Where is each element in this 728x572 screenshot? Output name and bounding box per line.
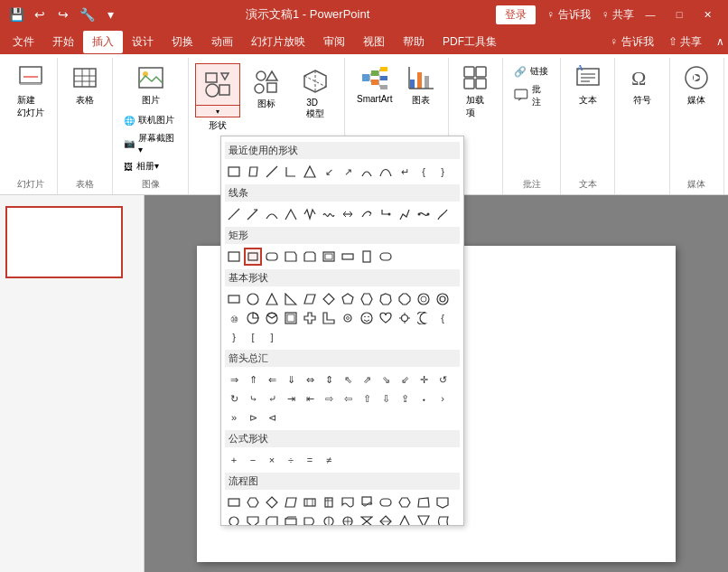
basic-donut[interactable] bbox=[434, 290, 452, 308]
arrow-ud[interactable]: ⇕ bbox=[320, 370, 338, 389]
new-slide-button[interactable]: 新建幻灯片 bbox=[11, 60, 51, 123]
shapes-top-button[interactable] bbox=[195, 63, 240, 105]
menu-home[interactable]: 开始 bbox=[43, 31, 83, 53]
basic-hexagon[interactable] bbox=[358, 290, 376, 308]
arrow-ul[interactable]: ⇖ bbox=[339, 370, 357, 389]
arrow-up[interactable]: ⇑ bbox=[244, 370, 262, 389]
tell-me-label[interactable]: ♀ 告诉我 bbox=[546, 7, 590, 23]
arrow-callout-r[interactable]: ⇨ bbox=[320, 389, 338, 408]
arrow-ribbon-l[interactable]: ⇤ bbox=[301, 389, 319, 408]
basic-pie[interactable] bbox=[244, 309, 262, 327]
rect-wide[interactable] bbox=[339, 248, 357, 266]
flow-decision[interactable] bbox=[263, 493, 281, 511]
flow-document[interactable] bbox=[339, 493, 357, 511]
flow-offpage-connector[interactable] bbox=[244, 512, 262, 525]
screenshot-button[interactable]: 📷 屏幕截图▾ bbox=[120, 130, 182, 156]
basic-heart[interactable] bbox=[377, 309, 395, 327]
flow-extract[interactable] bbox=[396, 512, 414, 525]
flow-stored-data[interactable] bbox=[434, 512, 452, 525]
flow-sequential[interactable] bbox=[320, 512, 338, 525]
rect-plain[interactable] bbox=[225, 248, 243, 266]
minimize-button[interactable]: — bbox=[638, 5, 663, 24]
shapes-dropdown-arrow[interactable]: ▾ bbox=[195, 105, 240, 117]
share-label[interactable]: ♀ 共享 bbox=[602, 7, 634, 23]
flow-or[interactable] bbox=[339, 512, 357, 525]
repair-icon[interactable]: 🔧 bbox=[78, 5, 96, 23]
dropdown-icon[interactable]: ▾ bbox=[101, 5, 119, 23]
shape-triangle[interactable] bbox=[301, 163, 319, 181]
rect-snip2[interactable] bbox=[301, 248, 319, 266]
line-arrow[interactable] bbox=[244, 205, 262, 223]
shape-line1[interactable] bbox=[263, 163, 281, 181]
flow-multidoc[interactable] bbox=[358, 493, 376, 511]
menu-design[interactable]: 设计 bbox=[123, 31, 163, 53]
line-custom1[interactable] bbox=[396, 205, 414, 223]
shape-arrow-ne[interactable]: ↗ bbox=[339, 163, 357, 181]
arrow-ur[interactable]: ⇗ bbox=[358, 370, 376, 389]
flow-delay[interactable] bbox=[301, 512, 319, 525]
line-custom2[interactable] bbox=[415, 205, 433, 223]
collapse-ribbon[interactable]: ∧ bbox=[716, 35, 724, 48]
shape-right-angle[interactable] bbox=[282, 163, 300, 181]
flow-manual[interactable] bbox=[415, 493, 433, 511]
login-button[interactable]: 登录 bbox=[496, 5, 536, 24]
basic-decagon[interactable] bbox=[415, 290, 433, 308]
basic-rtriangle[interactable] bbox=[282, 290, 300, 308]
arrow-chevron[interactable]: › bbox=[434, 389, 452, 408]
line-elbow[interactable] bbox=[282, 205, 300, 223]
chart-button[interactable]: 图表 bbox=[401, 60, 441, 110]
arrow-pentagon[interactable]: ⬩ bbox=[415, 389, 433, 408]
basic-brace[interactable]: { bbox=[434, 309, 452, 327]
flow-process[interactable] bbox=[225, 493, 243, 511]
line-custom3[interactable] bbox=[434, 205, 452, 223]
basic-gear[interactable] bbox=[339, 309, 357, 327]
menu-view[interactable]: 视图 bbox=[354, 31, 394, 53]
menu-transitions[interactable]: 切换 bbox=[163, 31, 202, 53]
arrow-notched[interactable]: ⊳ bbox=[244, 408, 262, 427]
basic-B[interactable]: ⑩ bbox=[225, 309, 243, 327]
close-button[interactable]: ✕ bbox=[695, 5, 721, 24]
menu-file[interactable]: 文件 bbox=[4, 31, 43, 53]
shape-lbrace[interactable]: { bbox=[415, 163, 433, 181]
text-button[interactable]: A 文本 bbox=[568, 60, 608, 110]
arrow-left[interactable]: ⇐ bbox=[263, 370, 281, 389]
line-squiggle[interactable] bbox=[320, 205, 338, 223]
basic-bracket[interactable]: [ bbox=[244, 328, 262, 346]
flow-sort[interactable] bbox=[377, 512, 395, 525]
line-zigzag[interactable] bbox=[301, 205, 319, 223]
basic-chord[interactable] bbox=[263, 309, 281, 327]
arrow-circular2[interactable]: ↻ bbox=[225, 389, 243, 408]
eq-equal[interactable]: = bbox=[301, 451, 319, 469]
shapes-panel-scroll[interactable]: 最近使用的形状 ↙ ↗ ↵ { } 线条 bbox=[221, 136, 463, 525]
flow-internal[interactable] bbox=[320, 493, 338, 511]
media-button[interactable]: 媒体 bbox=[677, 60, 716, 110]
maximize-button[interactable]: □ bbox=[667, 5, 692, 24]
eq-minus[interactable]: − bbox=[244, 451, 262, 469]
arrow-curved-l[interactable]: ⤶ bbox=[263, 389, 281, 408]
icons-button[interactable]: 图标 bbox=[244, 63, 289, 114]
basic-triangle[interactable] bbox=[263, 290, 281, 308]
basic-frame[interactable] bbox=[282, 309, 300, 327]
shape-parallelogram[interactable] bbox=[244, 163, 262, 181]
basic-smiley[interactable] bbox=[358, 309, 376, 327]
flow-alt[interactable] bbox=[244, 493, 262, 511]
flow-card[interactable] bbox=[263, 512, 281, 525]
album-button[interactable]: 🖼 相册▾ bbox=[120, 158, 182, 174]
menu-review[interactable]: 审阅 bbox=[314, 31, 354, 53]
flow-preparation[interactable] bbox=[396, 493, 414, 511]
flow-terminator[interactable] bbox=[377, 493, 395, 511]
smartart-button[interactable]: SmartArt bbox=[351, 60, 397, 110]
basic-diamond[interactable] bbox=[320, 290, 338, 308]
basic-rect[interactable] bbox=[225, 290, 243, 308]
online-picture-button[interactable]: 🌐 联机图片 bbox=[120, 112, 182, 128]
menu-slideshow[interactable]: 幻灯片放映 bbox=[242, 31, 314, 53]
shape-arrow-sw[interactable]: ↙ bbox=[320, 163, 338, 181]
picture-button[interactable]: 图片 bbox=[131, 60, 171, 110]
arrow-dr[interactable]: ⇘ bbox=[377, 370, 395, 389]
arrow-chevron2[interactable]: » bbox=[225, 408, 243, 427]
eq-div[interactable]: ÷ bbox=[282, 451, 300, 469]
basic-heptagon[interactable] bbox=[377, 290, 395, 308]
flow-predef[interactable] bbox=[301, 493, 319, 511]
eq-plus[interactable]: + bbox=[225, 451, 243, 469]
line-curved-arrow[interactable] bbox=[358, 205, 376, 223]
